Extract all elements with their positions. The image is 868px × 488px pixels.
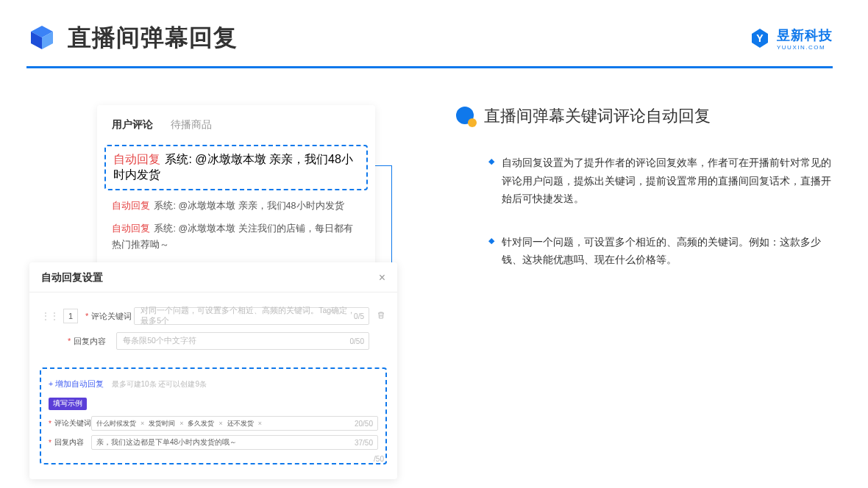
chip-remove-icon[interactable]: × xyxy=(218,420,222,427)
slide-header: 直播间弹幕回复 Y 昱新科技 YUUXIN.COM xyxy=(0,0,868,54)
auto-reply-tag: 自动回复 xyxy=(112,223,150,234)
keyword-label: 评论关键词 xyxy=(91,311,134,322)
diamond-icon: ◆ xyxy=(488,236,494,269)
brand-name: 昱新科技 xyxy=(777,26,833,44)
add-auto-reply-link[interactable]: + 增加自动回复 xyxy=(49,379,104,390)
system-label: 系统: xyxy=(154,201,175,211)
required-star: * xyxy=(68,337,71,345)
add-hint: 最多可建10条 还可以创建9条 xyxy=(112,380,207,388)
settings-title: 自动回复设置 xyxy=(41,271,103,284)
keyword-chip: 发货时间 xyxy=(149,419,175,428)
keyword-input[interactable]: 对同一个问题，可设置多个相近、高频的关键词。Tag确定，最多5个 0/5 xyxy=(134,307,369,325)
connector-line xyxy=(374,165,391,166)
settings-card: 自动回复设置 × ⋮⋮ 1 * 评论关键词 对同一个问题，可设置多个相近、高频的… xyxy=(29,262,397,479)
svg-text:Y: Y xyxy=(756,32,764,44)
comment-row: 自动回复 系统: @冰墩墩本墩 亲亲，我们48小时内发货 xyxy=(112,198,360,215)
bullet-item: ◆ 自动回复设置为了提升作者的评论回复效率，作者可在开播前针对常见的评论用户问题… xyxy=(456,154,833,208)
system-label: 系统: xyxy=(154,223,175,234)
ex-content-text: 亲，我们这边都是下单48小时内发货的哦～ xyxy=(96,437,237,448)
chip-remove-icon[interactable]: × xyxy=(179,420,183,427)
ex-keyword-label: 评论关键词 xyxy=(54,418,91,428)
highlighted-comment: 自动回复 系统: @冰墩墩本墩 亲亲，我们48小时内发货 xyxy=(104,145,368,190)
comment-text: @冰墩墩本墩 亲亲，我们48小时内发货 xyxy=(178,201,344,211)
example-tag: 填写示例 xyxy=(49,398,87,410)
sequence-number: 1 xyxy=(63,309,78,323)
tab-user-comments[interactable]: 用户评论 xyxy=(112,118,153,132)
required-star: * xyxy=(49,420,51,428)
bullet-item: ◆ 针对同一个问题，可设置多个相近的、高频的关键词。例如：这款多少钱、这块能优惠… xyxy=(456,233,833,269)
drag-handle-icon[interactable]: ⋮⋮ xyxy=(41,311,59,321)
ex-content-label: 回复内容 xyxy=(54,437,91,448)
section-title: 直播间弹幕关键词评论自动回复 xyxy=(484,105,711,127)
brand-url: YUUXIN.COM xyxy=(777,44,833,51)
ex-content-input[interactable]: 亲，我们这边都是下单48小时内发货的哦～ 37/50 xyxy=(91,435,378,450)
char-count: 37/50 xyxy=(355,439,373,447)
page-title: 直播间弹幕回复 xyxy=(68,22,238,54)
example-box: + 增加自动回复 最多可建10条 还可以创建9条 填写示例 * 评论关键词 什么… xyxy=(40,367,387,464)
delete-icon[interactable] xyxy=(377,311,385,321)
brand-icon: Y xyxy=(749,27,771,49)
outer-count: /50 xyxy=(374,455,384,463)
char-count: 20/50 xyxy=(355,420,373,428)
placeholder-text: 对同一个问题，可设置多个相近、高频的关键词。Tag确定，最多5个 xyxy=(140,306,363,326)
tab-products[interactable]: 待播商品 xyxy=(171,118,212,132)
char-count: 0/5 xyxy=(354,312,364,320)
content-input[interactable]: 每条限50个中文字符 0/50 xyxy=(116,332,369,350)
header-left: 直播间弹幕回复 xyxy=(26,22,238,54)
placeholder-text: 每条限50个中文字符 xyxy=(123,336,196,346)
keyword-chip: 还不发货 xyxy=(227,419,254,428)
diamond-icon: ◆ xyxy=(488,157,494,208)
chip-remove-icon[interactable]: × xyxy=(140,420,144,427)
close-icon[interactable]: × xyxy=(379,271,385,284)
auto-reply-tag: 自动回复 xyxy=(113,153,160,165)
content-label: 回复内容 xyxy=(74,336,116,347)
tabs: 用户评论 待播商品 xyxy=(112,118,360,132)
keyword-chip: 什么时候发货 xyxy=(96,419,136,428)
ex-keyword-input[interactable]: 什么时候发货× 发货时间× 多久发货× 还不发货× 20/50 xyxy=(91,416,378,431)
bullet-text: 自动回复设置为了提升作者的评论回复效率，作者可在开播前针对常见的评论用户问题，提… xyxy=(502,154,833,208)
keyword-chip: 多久发货 xyxy=(188,419,214,428)
chip-remove-icon[interactable]: × xyxy=(258,420,262,427)
section-bullet-icon xyxy=(456,107,475,126)
cube-icon xyxy=(26,23,57,54)
comment-row: 自动回复 系统: @冰墩墩本墩 关注我们的店铺，每日都有热门推荐呦～ xyxy=(112,220,360,254)
char-count: 0/50 xyxy=(350,337,364,345)
auto-reply-tag: 自动回复 xyxy=(112,201,150,211)
bullet-text: 针对同一个问题，可设置多个相近的、高频的关键词。例如：这款多少钱、这块能优惠吗、… xyxy=(502,233,833,269)
brand-logo: Y 昱新科技 YUUXIN.COM xyxy=(749,26,833,51)
required-star: * xyxy=(85,312,88,320)
required-star: * xyxy=(49,439,51,447)
system-label: 系统: xyxy=(165,153,191,165)
screenshots-column: 用户评论 待播商品 自动回复 系统: @冰墩墩本墩 亲亲，我们48小时内发货 自… xyxy=(29,105,397,294)
description-column: 直播间弹幕关键词评论自动回复 ◆ 自动回复设置为了提升作者的评论回复效率，作者可… xyxy=(456,105,833,294)
